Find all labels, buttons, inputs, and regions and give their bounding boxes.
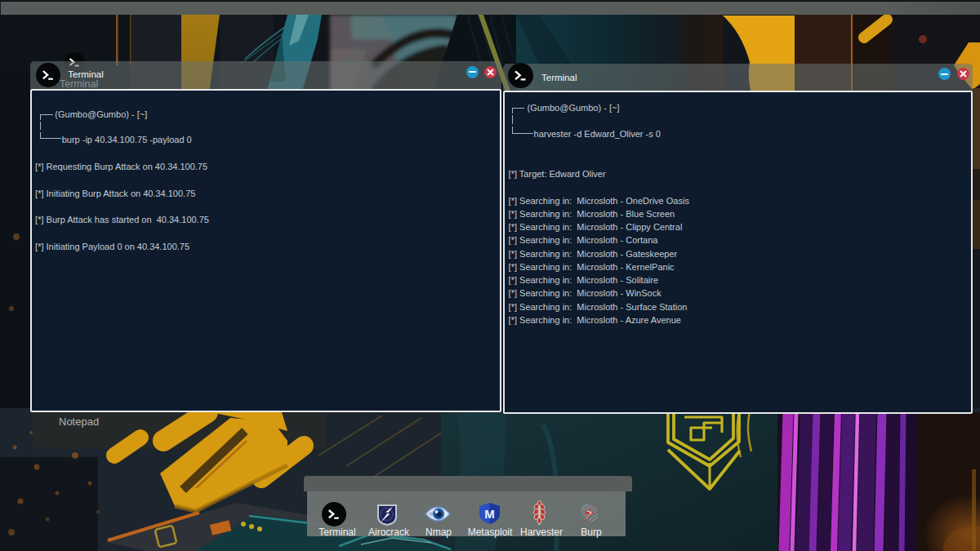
svg-text:M: M [484,507,495,521]
